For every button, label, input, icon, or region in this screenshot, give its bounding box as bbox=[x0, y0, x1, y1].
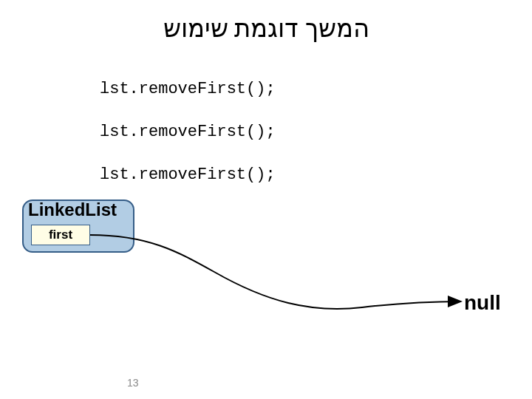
code-line-2: lst.removeFirst(); bbox=[100, 123, 276, 141]
page-number: 13 bbox=[127, 377, 139, 389]
code-line-1: lst.removeFirst(); bbox=[100, 80, 276, 98]
linkedlist-class-label: LinkedList bbox=[28, 200, 117, 220]
null-label: null bbox=[464, 291, 501, 315]
first-field-box: first bbox=[31, 225, 90, 245]
code-line-3: lst.removeFirst(); bbox=[100, 166, 276, 184]
slide-title: המשך דוגמת שימוש bbox=[0, 13, 532, 43]
